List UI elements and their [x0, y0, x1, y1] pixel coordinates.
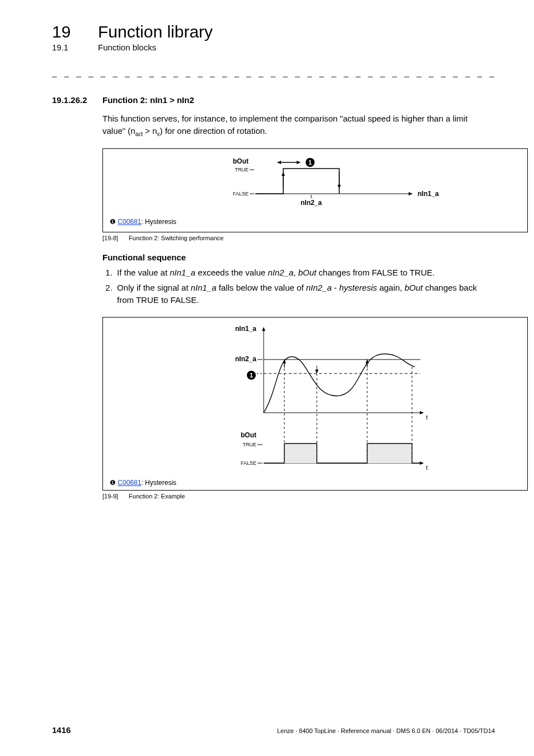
t: Only if the signal at [117, 283, 191, 292]
fig9-legend-text: : Hysteresis [141, 479, 176, 487]
t: bOut [298, 268, 317, 277]
fig8-bout: bOut [233, 157, 249, 165]
fig9-t1: t [426, 414, 428, 421]
functional-sequence-list: If the value at nIn1_a exceeds the value… [102, 267, 495, 307]
fig8-caption-text: Function 2: Switching performance [129, 235, 223, 241]
t: If the value at [117, 268, 170, 277]
t: hysteresis [339, 283, 377, 292]
fig9-t2: t [426, 464, 428, 471]
fig9-legend-link[interactable]: C00681 [118, 479, 141, 487]
fig8-circ: 1 [308, 159, 312, 166]
fig9-caption: [19-9] Function 2: Example [102, 493, 495, 500]
page-footer: 1416 Lenze · 8400 TopLine · Reference ma… [52, 725, 495, 735]
t: again, [377, 283, 404, 292]
fig9-false: FALSE [241, 460, 256, 466]
fig8-legend-bullet: ❶ [110, 218, 116, 226]
fig8-caption: [19-8] Function 2: Switching performance [102, 235, 495, 241]
t: changes from FALSE to TRUE. [316, 268, 434, 277]
intro-l2-post: ) for one direction of rotation. [160, 126, 267, 136]
intro-line1: This function serves, for instance, to i… [102, 114, 467, 123]
section-number: 19.1 [52, 43, 98, 52]
fig8-true: TRUE [235, 167, 249, 172]
t: falls below the value of [217, 283, 306, 292]
t: nIn2_a [306, 283, 332, 292]
list-item: If the value at nIn1_a exceeds the value… [115, 267, 495, 279]
chapter-number: 19 [52, 22, 98, 41]
t: , [293, 268, 298, 277]
functional-sequence-head: Functional sequence [102, 253, 495, 262]
intro-sub1: act [135, 131, 143, 137]
intro-sub2: x [157, 131, 160, 137]
fig8-legend: ❶ C00681: Hysteresis [110, 218, 521, 226]
fig8-false: FALSE [233, 191, 249, 197]
fig9-nin1: nIn1_a [235, 325, 256, 333]
figure-19-9: nIn1_a nIn2_a 1 t bOut TRUE FALSE t ❶ C0… [102, 317, 528, 491]
t: - [332, 283, 339, 292]
t: exceeds the value [195, 268, 268, 277]
intro-paragraph: This function serves, for instance, to i… [102, 113, 495, 138]
fig9-legend: ❶ C00681: Hysteresis [110, 479, 521, 487]
fig9-caption-text: Function 2: Example [129, 493, 185, 500]
fig8-svg: 1 bOut TRUE FALSE nIn2_a nIn1_a [110, 155, 521, 213]
subsection-row: 19.1.26.2 Function 2: nIn1 > nIn2 [52, 95, 495, 105]
fig9-legend-bullet: ❶ [110, 479, 116, 487]
fig8-legend-text: : Hysteresis [141, 218, 176, 226]
section-line: 19.1 Function blocks [52, 43, 495, 52]
list-item: Only if the signal at nIn1_a falls below… [115, 282, 495, 307]
chapter-title: Function library [98, 22, 213, 41]
fig9-nin2: nIn2_a [235, 355, 256, 363]
fig8-caption-tag: [19-8] [102, 235, 127, 241]
section-title: Function blocks [98, 43, 156, 52]
fig9-caption-tag: [19-9] [102, 493, 127, 500]
subsection-number: 19.1.26.2 [52, 95, 102, 105]
fig8-nin1: nIn1_a [418, 190, 439, 198]
intro-l2-mid: > n [143, 126, 157, 136]
t: bOut [405, 283, 423, 292]
t: nIn2_a [268, 268, 293, 277]
fig8-nin2: nIn2_a [301, 199, 322, 207]
svg-rect-25 [367, 444, 412, 463]
page-number: 1416 [52, 725, 71, 735]
fig9-svg: nIn1_a nIn2_a 1 t bOut TRUE FALSE t [110, 323, 521, 474]
t: nIn1_a [191, 283, 217, 292]
figure-19-8: 1 bOut TRUE FALSE nIn2_a nIn1_a ❶ C00681… [102, 148, 528, 232]
footer-text: Lenze · 8400 TopLine · Reference manual … [277, 727, 495, 734]
chapter-line: 19 Function library [52, 22, 495, 41]
fig9-true: TRUE [243, 442, 257, 447]
intro-l2-pre: value" (n [102, 126, 135, 136]
fig8-legend-link[interactable]: C00681 [118, 218, 141, 226]
t: nIn1_a [170, 268, 195, 277]
fig9-circ: 1 [250, 372, 253, 379]
subsection-title: Function 2: nIn1 > nIn2 [102, 95, 194, 105]
svg-rect-24 [284, 444, 317, 463]
fig9-bout: bOut [241, 431, 256, 439]
page: 19 Function library 19.1 Function blocks… [0, 0, 534, 500]
separator-dashes: _ _ _ _ _ _ _ _ _ _ _ _ _ _ _ _ _ _ _ _ … [52, 68, 495, 77]
